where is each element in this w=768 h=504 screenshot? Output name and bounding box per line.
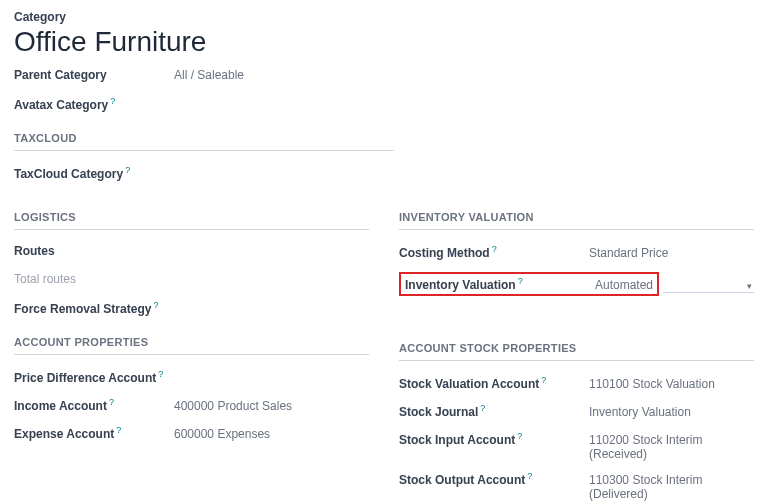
- expense-value[interactable]: 600000 Expenses: [174, 427, 270, 441]
- stock-valuation-label: Stock Valuation Account?: [399, 375, 589, 391]
- stock-journal-label: Stock Journal?: [399, 403, 589, 419]
- inventory-valuation-label: Inventory Valuation?: [405, 276, 595, 292]
- stock-journal-row: Stock Journal? Inventory Valuation: [399, 403, 754, 421]
- chevron-down-icon: ▾: [747, 281, 752, 291]
- help-icon[interactable]: ?: [480, 403, 485, 413]
- logistics-header: LOGISTICS: [14, 211, 369, 230]
- taxcloud-category-label: TaxCloud Category?: [14, 165, 174, 181]
- stock-input-value[interactable]: 110200 Stock Interim (Received): [589, 433, 754, 461]
- parent-category-value[interactable]: All / Saleable: [174, 68, 244, 82]
- avatax-label: Avatax Category?: [14, 96, 174, 112]
- category-label: Category: [14, 10, 754, 24]
- stock-valuation-value[interactable]: 110100 Stock Valuation: [589, 377, 715, 391]
- price-diff-row: Price Difference Account?: [14, 369, 369, 387]
- help-icon[interactable]: ?: [116, 425, 121, 435]
- expense-row: Expense Account? 600000 Expenses: [14, 425, 369, 443]
- account-props-header: ACCOUNT PROPERTIES: [14, 336, 369, 355]
- inv-val-header: INVENTORY VALUATION: [399, 211, 754, 230]
- stock-input-label: Stock Input Account?: [399, 431, 589, 447]
- stock-input-row: Stock Input Account? 110200 Stock Interi…: [399, 431, 754, 461]
- inventory-valuation-dropdown[interactable]: ▾: [663, 281, 754, 293]
- force-removal-label: Force Removal Strategy?: [14, 300, 174, 316]
- parent-category-label: Parent Category: [14, 68, 174, 82]
- inventory-valuation-row: Inventory Valuation? Automated ▾: [399, 272, 754, 296]
- stock-output-row: Stock Output Account? 110300 Stock Inter…: [399, 471, 754, 501]
- routes-label: Routes: [14, 244, 174, 258]
- avatax-row: Avatax Category?: [14, 96, 754, 114]
- account-stock-header: ACCOUNT STOCK PROPERTIES: [399, 342, 754, 361]
- help-icon[interactable]: ?: [518, 276, 523, 286]
- help-icon[interactable]: ?: [153, 300, 158, 310]
- stock-output-label: Stock Output Account?: [399, 471, 589, 487]
- stock-output-value[interactable]: 110300 Stock Interim (Delivered): [589, 473, 754, 501]
- page-title: Office Furniture: [14, 26, 754, 58]
- help-icon[interactable]: ?: [110, 96, 115, 106]
- taxcloud-category-row: TaxCloud Category?: [14, 165, 754, 183]
- total-routes-row: Total routes: [14, 272, 369, 290]
- stock-journal-value[interactable]: Inventory Valuation: [589, 405, 691, 419]
- help-icon[interactable]: ?: [541, 375, 546, 385]
- income-label: Income Account?: [14, 397, 174, 413]
- inventory-valuation-value[interactable]: Automated: [595, 278, 653, 292]
- costing-method-label: Costing Method?: [399, 244, 589, 260]
- force-removal-row: Force Removal Strategy?: [14, 300, 369, 318]
- stock-valuation-row: Stock Valuation Account? 110100 Stock Va…: [399, 375, 754, 393]
- routes-row: Routes: [14, 244, 369, 262]
- help-icon[interactable]: ?: [109, 397, 114, 407]
- taxcloud-header: TAXCLOUD: [14, 132, 394, 151]
- help-icon[interactable]: ?: [125, 165, 130, 175]
- inventory-valuation-highlight: Inventory Valuation? Automated: [399, 272, 659, 296]
- income-row: Income Account? 400000 Product Sales: [14, 397, 369, 415]
- price-diff-label: Price Difference Account?: [14, 369, 174, 385]
- parent-category-row: Parent Category All / Saleable: [14, 68, 754, 86]
- costing-method-value[interactable]: Standard Price: [589, 246, 668, 260]
- help-icon[interactable]: ?: [158, 369, 163, 379]
- help-icon[interactable]: ?: [527, 471, 532, 481]
- total-routes-label: Total routes: [14, 272, 174, 286]
- costing-method-row: Costing Method? Standard Price: [399, 244, 754, 262]
- income-value[interactable]: 400000 Product Sales: [174, 399, 292, 413]
- expense-label: Expense Account?: [14, 425, 174, 441]
- help-icon[interactable]: ?: [492, 244, 497, 254]
- help-icon[interactable]: ?: [517, 431, 522, 441]
